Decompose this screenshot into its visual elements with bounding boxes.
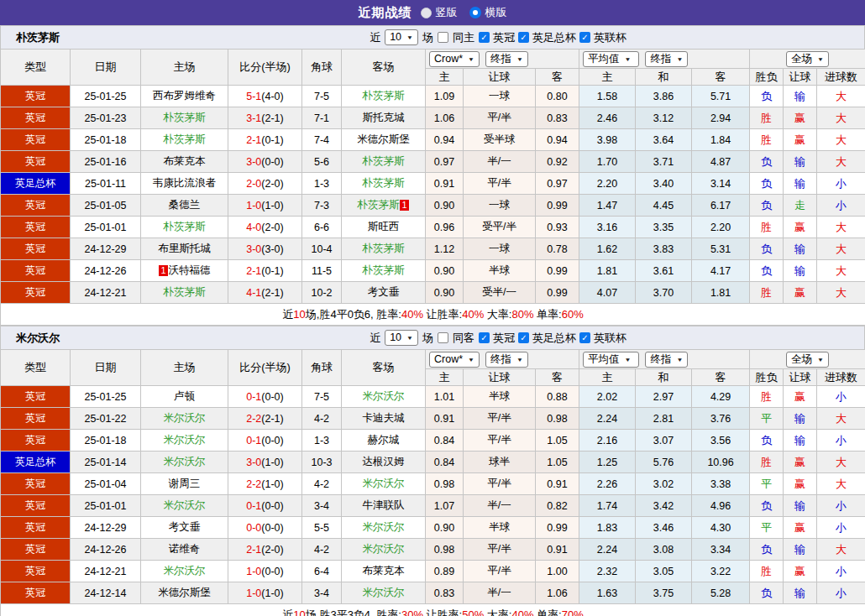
- average-select[interactable]: 平均值: [583, 352, 639, 368]
- summary-segment: 让胜率:: [423, 608, 462, 616]
- odds-handicap: 一球: [464, 195, 536, 217]
- bookmaker-select[interactable]: Crow*: [429, 51, 480, 67]
- competition-badge: 英冠: [1, 260, 71, 282]
- home-team: 桑德兰: [141, 195, 228, 217]
- recent-count-select[interactable]: 10: [385, 330, 418, 346]
- competition-badge: 英冠: [1, 517, 71, 539]
- match-date: 25-01-01: [71, 217, 141, 238]
- corners: 3-4: [302, 495, 342, 517]
- sub-header-winloss: 胜负: [750, 69, 784, 86]
- avg-draw: 3.64: [636, 129, 692, 151]
- same-side-checkbox[interactable]: [438, 32, 448, 43]
- results-table: 类型 日期 主场 比分(半场) 角球 客场 Crow* 终指 平均值 终指: [0, 49, 865, 326]
- avg-home: 3.16: [579, 217, 636, 238]
- match-row: 英冠24-12-29布里斯托城3-0(3-0)10-4朴茨茅斯1.12一球0.7…: [1, 238, 865, 260]
- same-side-checkbox[interactable]: [438, 332, 448, 343]
- result-handicap: 输: [784, 495, 817, 517]
- odds-away: 0.88: [536, 386, 579, 408]
- competition-checkbox-league[interactable]: [479, 332, 490, 343]
- avg-home: 2.32: [579, 561, 636, 582]
- match-date: 25-01-05: [71, 195, 141, 217]
- competition-label: 英联杯: [594, 30, 626, 45]
- odds-away: 1.05: [536, 452, 579, 473]
- sub-header-handicap: 让球: [464, 69, 536, 86]
- result-winloss: 负: [750, 238, 784, 260]
- sub-header-away-odds: 客: [536, 69, 579, 86]
- fulltime-score: 1-0: [246, 566, 261, 577]
- avg-away: 10.96: [692, 452, 750, 473]
- team-label: 牛津联队: [363, 499, 405, 511]
- halftime-score: (0-0): [261, 500, 283, 512]
- index-type-select[interactable]: 终指: [485, 352, 528, 368]
- away-team: 达根汉姆: [342, 452, 426, 473]
- average-select[interactable]: 平均值: [583, 51, 639, 67]
- summary-segment: 50%: [462, 608, 484, 616]
- away-team: 斯托克城: [342, 107, 426, 129]
- competition-checkbox-eflcup[interactable]: [579, 332, 590, 343]
- odds-away: 0.91: [536, 539, 579, 561]
- sub-header-avg-draw: 和: [636, 369, 692, 386]
- team-label: 考文垂: [368, 286, 400, 298]
- avg-away: 5.31: [692, 238, 750, 260]
- result-winloss: 负: [750, 260, 784, 282]
- same-side-label: 同客: [453, 331, 474, 346]
- summary-segment: 场,胜3平3负4, 胜率:: [306, 608, 401, 616]
- halftime-score: (1-0): [261, 478, 283, 490]
- result-goals: 大: [817, 107, 865, 129]
- team-section-millwall: 米尔沃尔 近 10 场 同客 英冠 英足总杯 英联杯 类型 日期 主场: [0, 326, 865, 616]
- fulltime-score: 3-1: [246, 112, 261, 124]
- score: 2-0(2-0): [228, 173, 302, 195]
- odds-handicap: 球半: [464, 452, 536, 473]
- team-label: 米尔沃尔: [164, 456, 206, 467]
- avg-away: 5.71: [692, 86, 750, 107]
- vertical-layout-option[interactable]: 竖版: [421, 5, 458, 20]
- odds-away: 0.99: [536, 195, 579, 217]
- score: 4-1(2-1): [228, 282, 302, 304]
- avg-draw: 2.97: [636, 386, 692, 408]
- away-team: 朴茨茅斯: [342, 238, 426, 260]
- competition-checkbox-eflcup[interactable]: [579, 32, 590, 43]
- odds-away: 0.94: [536, 129, 579, 151]
- matches-label: 场: [422, 331, 433, 346]
- competition-checkbox-league[interactable]: [479, 32, 490, 43]
- halftime-score: (2-1): [261, 287, 283, 299]
- result-goals: 大: [817, 86, 865, 107]
- avg-draw: 3.02: [636, 473, 692, 495]
- fulltime-select[interactable]: 全场: [786, 51, 829, 67]
- index-type-select[interactable]: 终指: [485, 51, 528, 67]
- home-team: 米尔沃尔: [141, 408, 228, 430]
- result-winloss: 胜: [750, 282, 784, 304]
- score: 2-2(2-1): [228, 408, 302, 430]
- recent-count-select[interactable]: 10: [385, 29, 418, 45]
- layout-radio-group: 竖版 横版: [421, 5, 507, 20]
- away-team: 米尔沃尔: [342, 539, 426, 561]
- index-type-select-2[interactable]: 终指: [645, 352, 688, 368]
- horizontal-layout-option[interactable]: 横版: [469, 5, 507, 20]
- bookmaker-select[interactable]: Crow*: [429, 352, 480, 368]
- col-header-corners: 角球: [302, 50, 342, 86]
- result-handicap: 赢: [784, 473, 817, 495]
- team-label: 布莱克本: [363, 565, 405, 577]
- result-handicap: 赢: [784, 452, 817, 473]
- halftime-score: (1-0): [261, 457, 283, 468]
- fulltime-score: 3-0: [246, 156, 261, 168]
- team-label: 赫尔城: [368, 434, 400, 446]
- result-goals: 小: [817, 561, 865, 582]
- odds-away: 0.99: [536, 517, 579, 539]
- bookmaker-value: Crow*: [434, 53, 463, 65]
- match-row: 英冠25-01-25卢顿0-1(0-0)7-5米尔沃尔1.01半球0.882.0…: [1, 386, 865, 408]
- radio-icon[interactable]: [421, 8, 432, 18]
- avg-draw: 3.86: [636, 86, 692, 107]
- competition-checkbox-facup[interactable]: [518, 332, 529, 343]
- top-bar: 近期战绩 竖版 横版: [0, 0, 865, 25]
- matches-label: 场: [422, 30, 433, 45]
- competition-checkbox-facup[interactable]: [518, 32, 529, 43]
- col-header-type: 类型: [1, 350, 71, 386]
- home-team: 朴茨茅斯: [141, 217, 228, 238]
- result-winloss: 胜: [750, 452, 784, 473]
- sub-header-handicap-result: 让球: [784, 69, 817, 86]
- radio-icon[interactable]: [469, 7, 481, 18]
- index-type-select-2[interactable]: 终指: [645, 51, 688, 67]
- fulltime-select[interactable]: 全场: [786, 352, 829, 368]
- odds-home: 0.84: [426, 452, 464, 473]
